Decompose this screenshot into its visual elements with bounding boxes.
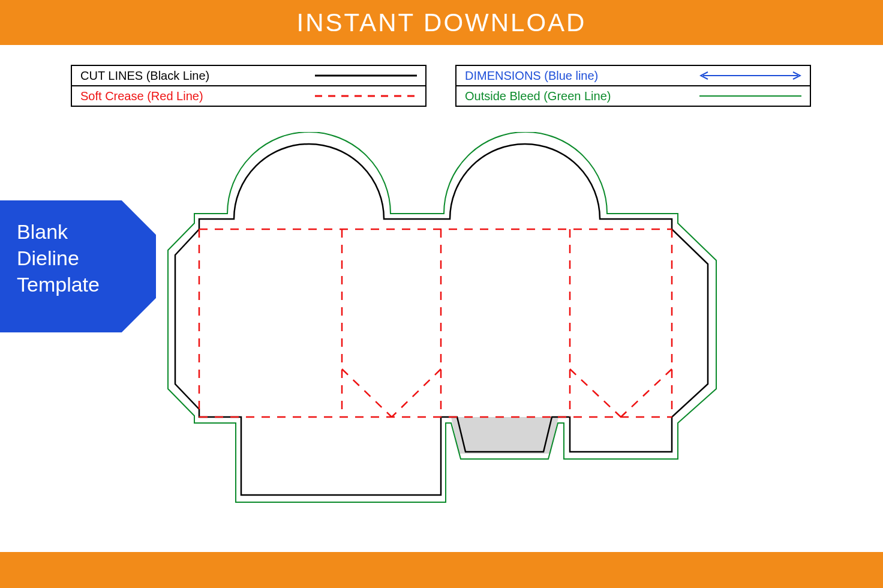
crease-lines bbox=[199, 229, 672, 417]
badge-line: Blank bbox=[17, 218, 139, 245]
svg-line-11 bbox=[342, 369, 392, 417]
badge-blank-dieline: Blank Dieline Template bbox=[0, 200, 156, 332]
dieline-template bbox=[156, 132, 732, 516]
legend-row-cut: CUT LINES (Black Line) bbox=[72, 66, 425, 85]
bleed-outline bbox=[168, 132, 716, 502]
badge-line: Dieline bbox=[17, 245, 139, 271]
dashed-red-line-icon bbox=[309, 95, 417, 97]
header-banner: INSTANT DOWNLOAD bbox=[0, 0, 883, 45]
header-title: INSTANT DOWNLOAD bbox=[297, 8, 587, 37]
svg-line-13 bbox=[570, 369, 621, 417]
legend: CUT LINES (Black Line) Soft Crease (Red … bbox=[71, 65, 811, 107]
legend-label: CUT LINES (Black Line) bbox=[80, 69, 309, 83]
cut-outline bbox=[175, 144, 708, 495]
glue-area bbox=[451, 417, 558, 454]
badge-line: Template bbox=[17, 271, 139, 298]
legend-label: DIMENSIONS (Blue line) bbox=[465, 69, 693, 83]
legend-left: CUT LINES (Black Line) Soft Crease (Red … bbox=[71, 65, 427, 107]
legend-label: Soft Crease (Red Line) bbox=[80, 89, 309, 103]
svg-line-12 bbox=[392, 369, 441, 417]
legend-right: DIMENSIONS (Blue line) Outside Bleed (Gr… bbox=[455, 65, 811, 107]
solid-black-line-icon bbox=[309, 74, 417, 77]
legend-row-bleed: Outside Bleed (Green Line) bbox=[456, 85, 810, 106]
svg-line-14 bbox=[621, 369, 672, 417]
solid-green-line-icon bbox=[693, 95, 801, 97]
legend-label: Outside Bleed (Green Line) bbox=[465, 89, 693, 103]
legend-row-dimensions: DIMENSIONS (Blue line) bbox=[456, 66, 810, 85]
arrow-blue-line-icon bbox=[693, 71, 801, 80]
footer-banner bbox=[0, 552, 883, 588]
legend-row-crease: Soft Crease (Red Line) bbox=[72, 85, 425, 106]
